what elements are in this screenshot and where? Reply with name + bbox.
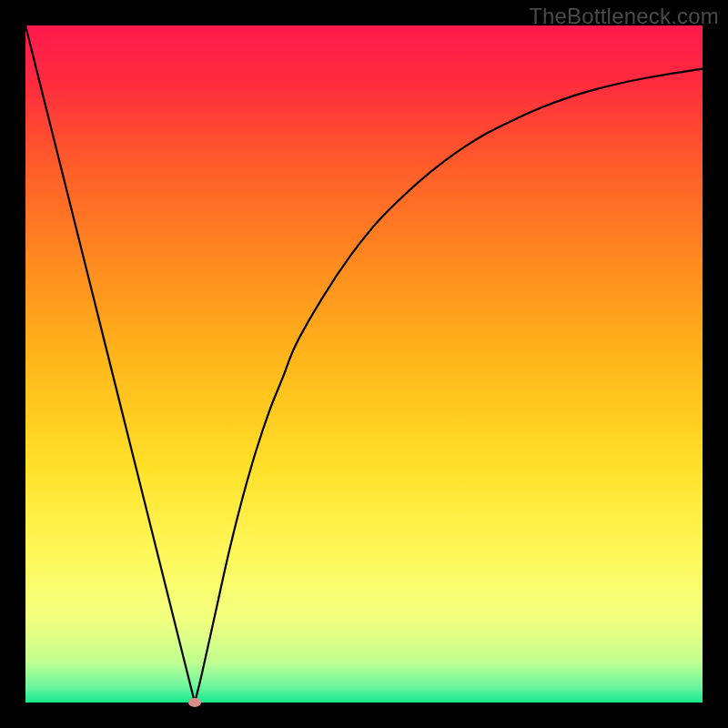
watermark-label: TheBottleneck.com	[529, 4, 719, 29]
curve-path	[25, 25, 703, 703]
bottleneck-curve	[25, 25, 703, 703]
chart-frame	[25, 25, 703, 703]
optimum-marker	[188, 698, 201, 707]
